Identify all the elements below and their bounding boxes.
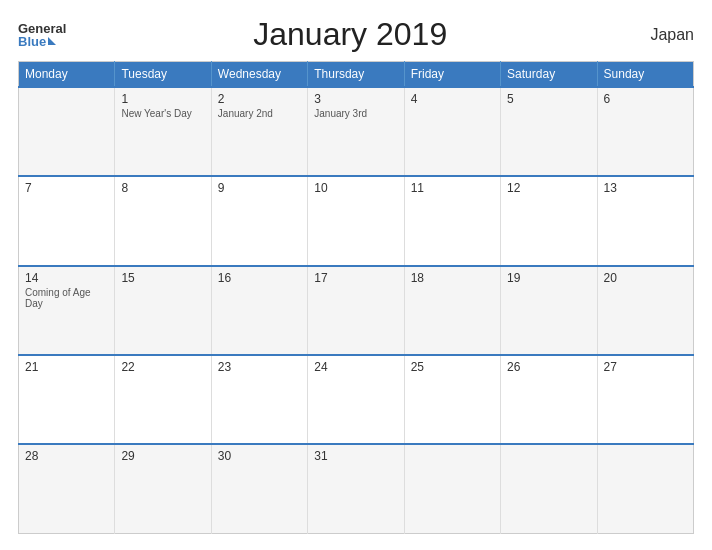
calendar-cell: 4: [404, 87, 500, 176]
calendar-cell: 6: [597, 87, 693, 176]
day-number: 12: [507, 181, 590, 195]
calendar-cell: 18: [404, 266, 500, 355]
day-number: 21: [25, 360, 108, 374]
day-number: 3: [314, 92, 397, 106]
calendar-cell: 31: [308, 444, 404, 533]
calendar-table: Monday Tuesday Wednesday Thursday Friday…: [18, 61, 694, 534]
calendar-cell: 13: [597, 176, 693, 265]
logo-triangle-icon: [48, 37, 56, 45]
day-number: 1: [121, 92, 204, 106]
day-number: 16: [218, 271, 301, 285]
day-number: 27: [604, 360, 687, 374]
calendar-cell: [501, 444, 597, 533]
calendar-cell: 25: [404, 355, 500, 444]
day-number: 4: [411, 92, 494, 106]
day-number: 20: [604, 271, 687, 285]
day-number: 8: [121, 181, 204, 195]
col-saturday: Saturday: [501, 62, 597, 88]
calendar-cell: 8: [115, 176, 211, 265]
day-number: 9: [218, 181, 301, 195]
calendar-cell: 12: [501, 176, 597, 265]
calendar-cell: 24: [308, 355, 404, 444]
day-number: 7: [25, 181, 108, 195]
calendar-cell: 7: [19, 176, 115, 265]
calendar-cell: 28: [19, 444, 115, 533]
day-number: 25: [411, 360, 494, 374]
col-sunday: Sunday: [597, 62, 693, 88]
calendar-cell: 21: [19, 355, 115, 444]
day-number: 10: [314, 181, 397, 195]
calendar-body: 1New Year's Day2January 2nd3January 3rd4…: [19, 87, 694, 534]
calendar-header: Monday Tuesday Wednesday Thursday Friday…: [19, 62, 694, 88]
holiday-label: January 3rd: [314, 108, 397, 119]
day-number: 22: [121, 360, 204, 374]
calendar-cell: 9: [211, 176, 307, 265]
day-number: 24: [314, 360, 397, 374]
calendar-cell: 29: [115, 444, 211, 533]
calendar-cell: 30: [211, 444, 307, 533]
logo-general-text: General: [18, 22, 66, 35]
col-wednesday: Wednesday: [211, 62, 307, 88]
day-number: 30: [218, 449, 301, 463]
day-number: 13: [604, 181, 687, 195]
day-number: 2: [218, 92, 301, 106]
day-number: 29: [121, 449, 204, 463]
day-number: 14: [25, 271, 108, 285]
day-number: 15: [121, 271, 204, 285]
calendar-cell: 20: [597, 266, 693, 355]
calendar-cell: 14Coming of Age Day: [19, 266, 115, 355]
day-number: 6: [604, 92, 687, 106]
day-number: 23: [218, 360, 301, 374]
calendar-cell: [404, 444, 500, 533]
calendar-cell: 19: [501, 266, 597, 355]
holiday-label: Coming of Age Day: [25, 287, 108, 309]
calendar-cell: 26: [501, 355, 597, 444]
calendar-cell: 11: [404, 176, 500, 265]
calendar-cell: 23: [211, 355, 307, 444]
calendar-week-4: 21222324252627: [19, 355, 694, 444]
holiday-label: New Year's Day: [121, 108, 204, 119]
calendar-cell: 22: [115, 355, 211, 444]
header-row: Monday Tuesday Wednesday Thursday Friday…: [19, 62, 694, 88]
day-number: 11: [411, 181, 494, 195]
calendar-cell: 3January 3rd: [308, 87, 404, 176]
country-label: Japan: [634, 26, 694, 44]
calendar-cell: 17: [308, 266, 404, 355]
day-number: 31: [314, 449, 397, 463]
calendar-cell: 16: [211, 266, 307, 355]
page: General Blue January 2019 Japan Monday T…: [0, 0, 712, 550]
logo-blue-label: Blue: [18, 35, 46, 48]
day-number: 5: [507, 92, 590, 106]
calendar-cell: [19, 87, 115, 176]
page-title: January 2019: [66, 16, 634, 53]
col-thursday: Thursday: [308, 62, 404, 88]
holiday-label: January 2nd: [218, 108, 301, 119]
calendar-week-2: 78910111213: [19, 176, 694, 265]
calendar-cell: 2January 2nd: [211, 87, 307, 176]
day-number: 26: [507, 360, 590, 374]
calendar-cell: [597, 444, 693, 533]
day-number: 17: [314, 271, 397, 285]
calendar-week-5: 28293031: [19, 444, 694, 533]
header: General Blue January 2019 Japan: [18, 16, 694, 53]
logo: General Blue: [18, 22, 66, 48]
logo-blue-text: Blue: [18, 35, 66, 48]
day-number: 19: [507, 271, 590, 285]
day-number: 28: [25, 449, 108, 463]
col-tuesday: Tuesday: [115, 62, 211, 88]
col-friday: Friday: [404, 62, 500, 88]
calendar-week-3: 14Coming of Age Day151617181920: [19, 266, 694, 355]
day-number: 18: [411, 271, 494, 285]
calendar-cell: 10: [308, 176, 404, 265]
calendar-week-1: 1New Year's Day2January 2nd3January 3rd4…: [19, 87, 694, 176]
calendar-cell: 1New Year's Day: [115, 87, 211, 176]
calendar-cell: 27: [597, 355, 693, 444]
col-monday: Monday: [19, 62, 115, 88]
calendar-cell: 15: [115, 266, 211, 355]
calendar-cell: 5: [501, 87, 597, 176]
